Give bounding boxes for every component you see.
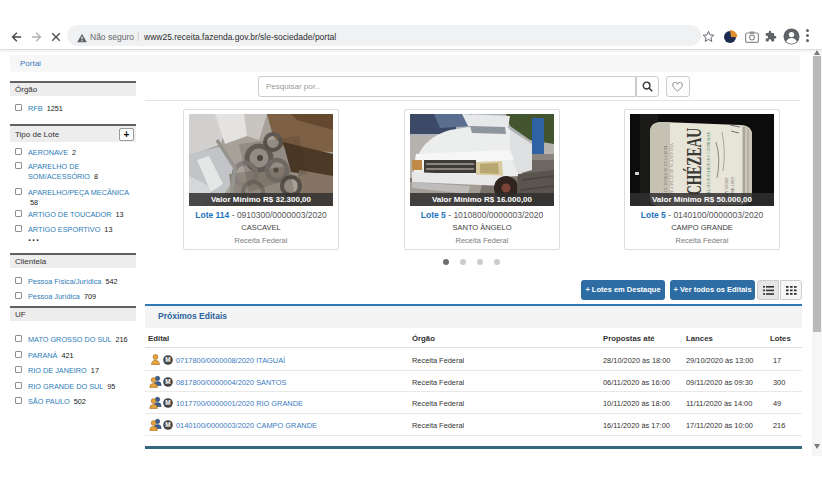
svg-text:CHÉZEAU: CHÉZEAU	[681, 128, 706, 195]
svg-text:APPELLATION ECHEZEAUX CONTROLE: APPELLATION ECHEZEAUX CONTROLEE	[706, 132, 711, 202]
svg-text:M: M	[165, 378, 170, 385]
svg-text:M: M	[165, 399, 170, 406]
svg-text:ANEE A VILLE DE NUANEE CHA: ANEE A VILLE DE NUANEE CHA	[670, 143, 674, 200]
svg-text:VEE DU DOMAINE DE LA ROM: VEE DU DOMAINE DE LA ROM	[664, 145, 668, 200]
svg-text:M: M	[165, 356, 170, 363]
svg-text:M: M	[165, 421, 170, 428]
